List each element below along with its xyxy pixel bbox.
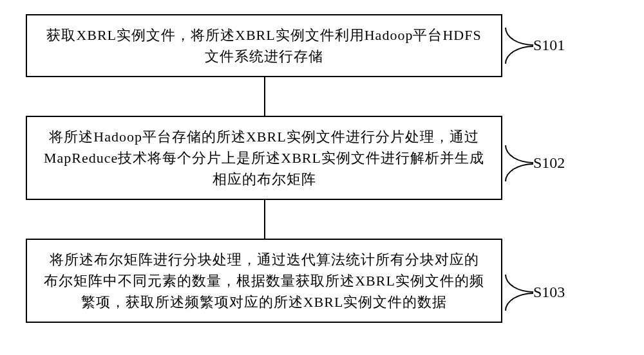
connector-curve-icon: [505, 46, 533, 64]
connector-line: [264, 77, 265, 116]
connector-curve-icon: [505, 275, 533, 293]
flow-step-2: 将所述Hadoop平台存储的所述XBRL实例文件进行分片处理，通过MapRedu…: [26, 116, 502, 200]
connector-curve-icon: [505, 293, 533, 311]
step-label-2: S102: [533, 154, 565, 172]
flow-step-3: 将所述布尔矩阵进行分块处理，通过迭代算法统计所有分块对应的布尔矩阵中不同元素的数…: [26, 239, 502, 323]
flow-step-2-text: 将所述Hadoop平台存储的所述XBRL实例文件进行分片处理，通过MapRedu…: [43, 126, 486, 190]
connector-line: [264, 200, 265, 239]
flow-step-1: 获取XBRL实例文件，将所述XBRL实例文件利用Hadoop平台HDFS文件系统…: [26, 14, 502, 77]
step-label-3-text: S103: [533, 284, 565, 300]
step-label-1-text: S101: [533, 37, 565, 53]
step-label-2-text: S102: [533, 154, 565, 171]
connector-curve-icon: [505, 163, 533, 181]
flow-step-3-text: 将所述布尔矩阵进行分块处理，通过迭代算法统计所有分块对应的布尔矩阵中不同元素的数…: [43, 249, 486, 313]
step-label-3: S103: [533, 284, 565, 301]
connector-curve-icon: [505, 28, 533, 46]
connector-curve-icon: [505, 145, 533, 163]
flow-step-1-text: 获取XBRL实例文件，将所述XBRL实例文件利用Hadoop平台HDFS文件系统…: [43, 24, 486, 67]
step-label-1: S101: [533, 37, 565, 54]
